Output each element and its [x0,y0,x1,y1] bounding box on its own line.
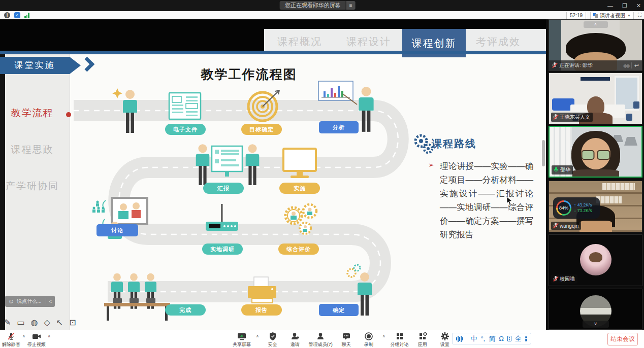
video-tile[interactable]: ∨ [549,289,642,330]
invite-button[interactable]: 邀请 [286,332,304,348]
participant-name-chip: 王晓东吴人文 [551,113,593,122]
close-button[interactable]: ✕ [636,3,641,9]
record-label: 录制 [364,341,373,348]
meeting-info-icon[interactable]: i [4,12,10,18]
unmute-button[interactable]: 解除静音 [2,332,20,348]
speaker-view-icon [593,13,598,18]
watermark-icon: ◆◆ [623,62,629,69]
participant-name-chip: 邵华 [552,165,573,175]
breakout-rooms-button[interactable]: 分组讨论 [391,332,409,348]
palette-icon[interactable]: ◍ [31,318,38,327]
record-icon [364,332,373,341]
gauge-percent: 84% [558,202,570,214]
camera-icon [31,332,42,341]
video-tile[interactable]: ∧ 正在讲话: 邵华 ◆◆ ↩ [549,19,642,71]
route-gears-icon [415,135,432,153]
road-path [74,111,398,292]
route-text: 理论讲授——实验——确定项目——分析材料——实施设计——汇报讨论——实地调研——… [440,159,533,241]
video-tile-active-speaker[interactable]: 邵华 [549,126,642,178]
emoji-icon[interactable]: ☺ [8,298,14,305]
video-tile[interactable]: 校园喵 [549,234,642,286]
ime-simplified-toggle[interactable]: 简 [489,334,495,343]
gear-icon [440,332,449,341]
manage-members-button[interactable]: 管理成员(7) [309,332,333,348]
meeting-timer: 52:19 [566,12,586,19]
banner-menu-icon[interactable]: ≡ [346,1,356,10]
speaking-label: 正在讲话: 邵华 [559,62,621,69]
security-button[interactable]: 安全 [264,332,281,348]
breakout-icon [395,332,404,341]
view-mode-label: 演讲者视图 [600,12,625,19]
reply-arrow-icon[interactable]: ↩ [634,62,639,69]
chat-button[interactable]: 聊天 [338,332,355,348]
meeting-toolbar: 解除静音 ∧ 停止视频 ∧ 共享屏幕 ∧ [0,330,644,348]
minimize-button[interactable]: — [607,3,613,9]
member-icon [316,332,325,341]
share-screen-button[interactable]: 共享屏幕 [233,332,251,348]
network-signal-icon [24,13,29,18]
route-title: 课程路线 [432,137,476,151]
video-tile[interactable]: 王晓东吴人文 [549,73,642,124]
banner-arrow-icon [70,57,81,74]
apps-label: 应用 [418,341,427,348]
video-tile[interactable]: 84% ↑ 43.2K/s ↓ 73.2K/s wangqin [549,181,642,232]
muted-mic-icon [552,62,557,68]
chat-label: 聊天 [342,341,351,348]
ime-symbol-button[interactable]: Ω [499,335,504,342]
annotation-toolbar: ✎ ▭ ◍ ◇ ↖ ⊡ [4,318,76,327]
settings-label: 设置 [440,341,449,348]
screen-settings-icon[interactable]: ⊡ [69,318,76,327]
mic-options-chevron[interactable]: ∧ [22,334,25,338]
shared-screen: 课程概况 课程设计 课程创新 考评成效 课堂实施 教学流程 课程思政 产学研协同… [0,19,546,330]
eraser-icon[interactable]: ◇ [44,318,50,327]
view-mode-dropdown[interactable]: 演讲者视图 ▼ [590,12,634,19]
step-pill: 讨论 [96,224,138,236]
ime-keyboard-icon[interactable] [507,336,511,341]
camera-options-chevron[interactable]: ∧ [48,334,51,338]
person-idea-icon [112,88,137,133]
input-method-bar[interactable]: 中 °, 简 Ω 全 [452,333,531,344]
record-button[interactable]: 录制 [360,332,377,348]
settings-button[interactable]: 设置 [436,332,454,348]
scroll-up-button[interactable]: ∧ [584,21,608,28]
chart-board-icon [318,81,353,100]
share-options-chevron[interactable]: ∧ [256,334,259,338]
slide-scrollbar[interactable] [542,140,545,166]
pencil-icon[interactable]: ✎ [4,318,11,327]
participant-name-chip: 校园喵 [551,274,577,284]
network-stats-overlay: 84% ↑ 43.2K/s ↓ 73.2K/s [553,197,600,219]
muted-mic-icon [553,276,558,282]
sidebar-item-teaching-flow[interactable]: 教学流程 [0,107,65,120]
ime-fullwidth-toggle[interactable]: 全 [515,334,522,343]
meeting-window: 您正在观看邵华的屏幕 ≡ — ❐ ✕ i ✓ 52:19 演讲者视图 ▼ ⛶ [0,0,644,348]
chat-collapse-icon[interactable]: < [49,299,52,304]
maximize-button[interactable]: ❐ [622,3,627,9]
ime-lang-toggle[interactable]: 中 [470,334,477,343]
watching-banner[interactable]: 您正在观看邵华的屏幕 ≡ [280,1,356,10]
ime-grid-icon[interactable] [525,336,527,341]
avatar [580,244,611,275]
invite-label: 邀请 [291,341,300,348]
cursor-icon[interactable]: ↖ [56,318,63,327]
end-meeting-button[interactable]: 结束会议 [607,333,638,345]
participants-panel: ∧ 正在讲话: 邵华 ◆◆ ↩ 王晓东吴人文 [546,19,644,330]
shield-icon [269,332,277,341]
whiteboard-icon[interactable]: ▭ [17,318,24,327]
scroll-down-button[interactable]: ∨ [583,321,609,328]
stop-video-button[interactable]: 停止视频 [27,332,46,348]
chat-divider [46,298,46,304]
fullscreen-icon[interactable]: ⛶ [638,12,641,18]
ime-punct-toggle[interactable]: °, [480,335,485,342]
sidebar-item-industry[interactable]: 产学研协同 [0,180,65,193]
chat-input-placeholder[interactable]: 说点什么... [17,298,43,305]
participant-name: 校园喵 [560,275,575,283]
meeting-shield-icon[interactable]: ✓ [14,12,20,18]
participant-name: 王晓东吴人文 [560,114,590,121]
router-icon [206,204,238,231]
record-options-chevron[interactable]: ∧ [382,334,385,338]
sidebar-item-ideology[interactable]: 课程思政 [0,143,65,156]
route-bullet-icon: ➢ [428,161,434,169]
apps-button[interactable]: 应用 [414,332,431,348]
step-pill: 实地调研 [202,243,243,255]
quick-chat-overlay[interactable]: ☺ 说点什么... < [5,296,55,307]
